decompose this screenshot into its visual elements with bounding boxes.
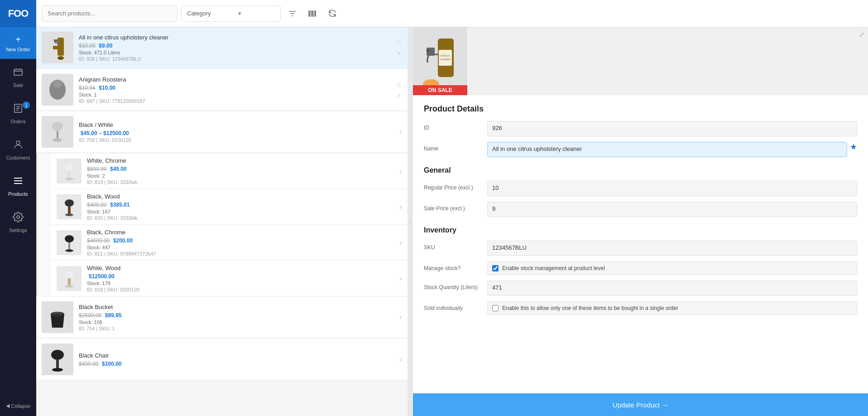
product-sub-item-821[interactable]: Black, Chrome $4000.00 $200.00 Stock: 44… bbox=[51, 225, 408, 261]
sale-price-label: Sale Price (excl.) bbox=[424, 202, 487, 212]
chevron-right-icon-887[interactable]: › bbox=[398, 91, 400, 99]
topbar: Category ▾ bbox=[36, 0, 868, 27]
main-area: Category ▾ bbox=[36, 0, 868, 416]
svg-point-27 bbox=[65, 164, 74, 171]
product-item-887[interactable]: Anigram Roostera $10.94 $10.00 Stock: 1 … bbox=[36, 69, 408, 111]
product-stock-818: Stock: 179 bbox=[87, 281, 400, 286]
svg-point-29 bbox=[65, 178, 73, 180]
manage-stock-checkbox-label: Enable stock management at product level bbox=[502, 265, 605, 271]
chevron-right-icon-753[interactable]: › bbox=[400, 355, 402, 363]
update-product-button[interactable]: Update Product → bbox=[413, 393, 868, 416]
product-price-new-926: $9.00 bbox=[99, 43, 112, 49]
chevron-right-icon-820[interactable]: › bbox=[400, 203, 402, 211]
sku-value[interactable]: 1234567BLU bbox=[487, 241, 857, 256]
product-sub-item-819[interactable]: White, Chrome $699.99 $45.00 Stock: 2 ID… bbox=[51, 154, 408, 189]
product-id-821: ID: 821 | SKU: 9789947372647 bbox=[87, 251, 400, 256]
product-price-new-753: $100.00 bbox=[102, 361, 121, 367]
sidebar-item-customers[interactable]: Customers bbox=[0, 131, 36, 168]
svg-rect-19 bbox=[53, 46, 58, 49]
chevron-right-icon-819[interactable]: › bbox=[400, 167, 402, 175]
product-thumb-753 bbox=[42, 343, 73, 375]
svg-point-26 bbox=[53, 138, 62, 142]
orders-icon bbox=[13, 103, 24, 116]
category-select[interactable]: Category ▾ bbox=[181, 5, 281, 22]
product-stock-926: Stock: 471.0 Liters bbox=[79, 50, 392, 55]
svg-rect-15 bbox=[312, 10, 313, 16]
product-info-759: Black / White $45.00 – $12500.00 ID: 759… bbox=[73, 121, 396, 143]
svg-rect-18 bbox=[58, 38, 64, 56]
svg-point-40 bbox=[51, 350, 64, 360]
collapse-button[interactable]: ◀ Collapse bbox=[6, 403, 31, 409]
product-item-753[interactable]: Black Chair $400.00 $100.00 › bbox=[36, 339, 408, 380]
svg-rect-41 bbox=[56, 360, 59, 369]
sidebar-item-settings[interactable]: Settings bbox=[0, 204, 36, 240]
orders-badge: 1 bbox=[23, 102, 30, 109]
id-value[interactable]: 926 bbox=[487, 121, 857, 136]
product-info-887: Anigram Roostera $10.94 $10.00 Stock: 1 … bbox=[73, 76, 392, 104]
svg-rect-31 bbox=[68, 207, 71, 214]
general-section-title: General bbox=[424, 166, 857, 174]
sale-price-value[interactable]: 9 bbox=[487, 202, 857, 217]
product-item-754[interactable]: Black Bucket $2500.00 $99.95 Stock: 108 … bbox=[36, 297, 408, 338]
product-stock-887: Stock: 1 bbox=[79, 92, 392, 97]
product-id-759: ID: 759 | SKU: 0220120 bbox=[79, 137, 396, 143]
stock-qty-value[interactable]: 471 bbox=[487, 281, 857, 296]
product-sub-item-818[interactable]: White, Wood $12500.00 Stock: 179 ID: 818… bbox=[51, 261, 408, 296]
product-price-new-819: $45.00 bbox=[110, 166, 127, 172]
product-price-old-926: $10.00 bbox=[79, 43, 96, 49]
field-row-stock-qty: Stock Quantity (Liters) 471 bbox=[424, 281, 857, 296]
favorite-icon-926[interactable]: ☆ bbox=[396, 39, 402, 47]
product-item-926[interactable]: All in one citrus upholstery cleaner $10… bbox=[36, 27, 408, 68]
sub-items-759: White, Chrome $699.99 $45.00 Stock: 2 ID… bbox=[36, 154, 408, 296]
svg-rect-16 bbox=[314, 10, 314, 16]
barcode-button[interactable] bbox=[304, 5, 321, 22]
customers-icon bbox=[13, 139, 24, 152]
product-sub-item-820[interactable]: Black, Wood $400.00 $385.01 Stock: 167 I… bbox=[51, 189, 408, 225]
regular-price-value[interactable]: 10 bbox=[487, 181, 857, 196]
chevron-right-icon-759[interactable]: › bbox=[400, 128, 402, 136]
product-name-759: Black / White bbox=[79, 121, 396, 128]
panel-divider[interactable]: ⋮ bbox=[408, 27, 413, 416]
svg-text:CITRUS: CITRUS bbox=[440, 54, 450, 57]
product-name-820: Black, Wood bbox=[87, 193, 400, 200]
product-actions-926: ☆ › bbox=[396, 39, 402, 57]
filter-button[interactable] bbox=[284, 5, 301, 22]
refresh-button[interactable] bbox=[324, 5, 340, 22]
details-section: Product Details ID 926 Name All in one c… bbox=[413, 95, 868, 357]
sidebar-item-sale[interactable]: Sale bbox=[0, 59, 36, 95]
sold-individually-checkbox[interactable] bbox=[492, 305, 499, 311]
search-input[interactable] bbox=[42, 5, 177, 22]
new-order-label: New Order bbox=[6, 47, 30, 52]
sale-icon bbox=[13, 67, 24, 80]
chevron-right-icon-821[interactable]: › bbox=[400, 239, 402, 247]
product-thumb-818 bbox=[57, 266, 82, 291]
chevron-right-icon-818[interactable]: › bbox=[400, 275, 402, 283]
sidebar-item-products[interactable]: Products bbox=[0, 168, 36, 204]
product-item-759[interactable]: Black / White $45.00 – $12500.00 ID: 759… bbox=[36, 111, 408, 153]
svg-rect-34 bbox=[68, 242, 70, 250]
name-value[interactable]: All in one citrus upholstery cleaner bbox=[487, 142, 847, 157]
product-id-754: ID: 754 | SKU: 1 bbox=[79, 326, 396, 331]
svg-point-32 bbox=[65, 213, 73, 216]
on-sale-badge: ON SALE bbox=[413, 85, 467, 95]
inventory-section-title: Inventory bbox=[424, 226, 857, 234]
product-price-old-887: $10.94 bbox=[79, 85, 96, 91]
field-row-sold-individually: Sold individually Enable this to allow o… bbox=[424, 301, 857, 315]
svg-point-9 bbox=[17, 216, 19, 218]
open-external-icon[interactable]: ⤢ bbox=[859, 31, 864, 38]
chevron-right-icon-926[interactable]: › bbox=[398, 49, 400, 57]
product-actions-754: › bbox=[400, 313, 402, 321]
chevron-right-icon-754[interactable]: › bbox=[400, 313, 402, 321]
svg-point-35 bbox=[65, 249, 73, 252]
manage-stock-checkbox[interactable] bbox=[492, 265, 499, 271]
collapse-icon: ◀ bbox=[6, 403, 10, 409]
product-name-821: Black, Chrome bbox=[87, 229, 400, 236]
favorite-icon-887[interactable]: ☆ bbox=[396, 81, 402, 89]
product-thumb-819 bbox=[57, 159, 82, 184]
product-id-926: ID: 926 | SKU: 1234567BLU bbox=[79, 56, 392, 62]
sidebar-item-orders[interactable]: Orders 1 bbox=[0, 95, 36, 131]
product-name-926: All in one citrus upholstery cleaner bbox=[79, 34, 392, 41]
product-thumb-926 bbox=[42, 32, 73, 63]
new-order-button[interactable]: + New Order bbox=[0, 27, 36, 59]
content-area: All in one citrus upholstery cleaner $10… bbox=[36, 27, 868, 416]
